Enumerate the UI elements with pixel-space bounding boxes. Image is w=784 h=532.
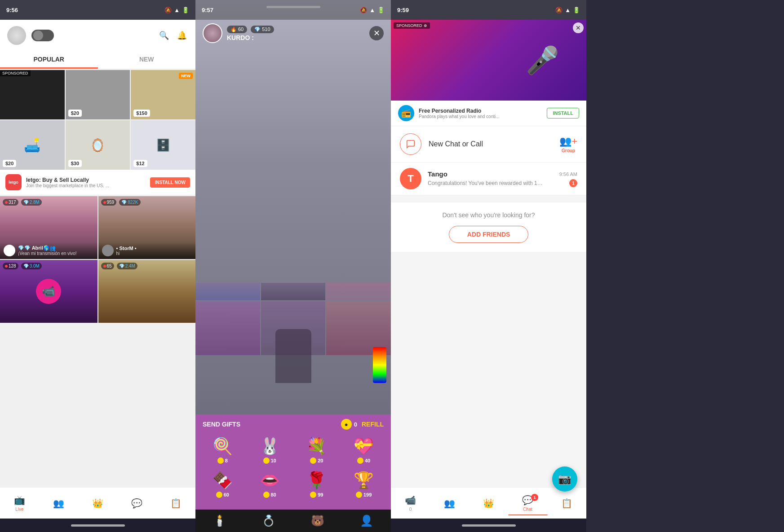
install-pandora-button[interactable]: INSTALL	[547, 108, 579, 119]
crown-icon: 👑	[92, 498, 103, 509]
nav-live[interactable]: 📺 Live	[0, 495, 39, 512]
nav-crown[interactable]: 👑	[469, 498, 508, 509]
phone2-time: 9:57	[202, 7, 213, 13]
market-item[interactable]: 🗄️ $12	[131, 120, 195, 170]
ad-logo-text: letgo	[9, 180, 18, 185]
coin-count: 0	[354, 421, 357, 428]
nav-crown[interactable]: 👑	[78, 498, 117, 509]
nav-people[interactable]: 👥	[430, 498, 469, 509]
new-chat-icon	[400, 133, 421, 155]
nav-live[interactable]: 📹 0	[391, 495, 430, 512]
ring-icon[interactable]: 💍	[262, 514, 275, 527]
nav-live-label: Live	[15, 507, 23, 512]
market-price: $20	[68, 110, 82, 117]
coin-dot	[216, 492, 222, 498]
ad-title: letgo: Buy & Sell Locally	[26, 177, 146, 183]
viewer-count: 128	[3, 263, 18, 269]
people-icon: 👥	[444, 498, 455, 509]
stream-grid: 317 💎2.8M 💎💎 Abril🌎👥 ¡Vean mi transmisió…	[0, 196, 195, 323]
market-item[interactable]: 🪞 $30	[66, 120, 130, 170]
marketplace-grid: SPONSORED $20 $150 NEW 🛋️ $20 🪞 $30 🗄️ $…	[0, 70, 195, 170]
feed-grid: SPONSORED $20 $150 NEW 🛋️ $20 🪞 $30 🗄️ $…	[0, 69, 195, 487]
diamond-count: 💎822K	[119, 199, 140, 206]
market-item[interactable]: $150 NEW	[131, 70, 195, 119]
add-friends-button[interactable]: ADD FRIENDS	[449, 226, 529, 243]
feed-icon: 📋	[561, 498, 572, 509]
stream-item-3[interactable]: 128 💎3.0M 📹	[0, 260, 97, 323]
diamond-icon: 💎	[254, 26, 261, 32]
stream-item-4[interactable]: 65 💎2.4M	[98, 260, 196, 323]
market-item[interactable]: $20	[66, 70, 130, 119]
home-indicator	[0, 519, 195, 532]
home-bar	[71, 524, 125, 527]
close-button[interactable]: ✕	[369, 26, 384, 40]
stream-user: • StorM • hi	[102, 245, 192, 256]
new-chat-section: New Chat or Call 👥+ Group	[391, 126, 586, 163]
crown-icon: 👑	[483, 498, 494, 509]
spacer	[391, 252, 586, 487]
gift-rose[interactable]: 🌹 99	[293, 467, 341, 501]
tabs-row: POPULAR NEW	[0, 51, 195, 69]
pandora-subtitle: Pandora plays what you love and conti...	[419, 114, 542, 119]
heart-icon: 💝	[354, 437, 374, 456]
gift-chocolate[interactable]: 🍫 60	[199, 467, 246, 501]
close-ad-button[interactable]: ✕	[573, 22, 584, 33]
stream-overlay: • StorM • hi	[98, 242, 196, 259]
stream-stats: 959 💎822K	[101, 199, 141, 206]
chat-item-tango[interactable]: T Tango 9:56 AM Congratulations! You've …	[391, 163, 586, 195]
new-badge: NEW	[179, 73, 193, 79]
group-button[interactable]: 👥+ Group	[559, 136, 577, 153]
market-item[interactable]: SPONSORED	[0, 70, 65, 119]
candle-icon[interactable]: 🕯️	[213, 514, 226, 527]
market-item[interactable]: 🛋️ $20	[0, 120, 65, 170]
live-icon: 📺	[14, 495, 25, 506]
bell-icon[interactable]: 🔔	[176, 29, 188, 42]
camera-fab[interactable]: 📷	[552, 466, 577, 492]
stream-content: 9:57 🔕 ▲ 🔋 🔥 60 💎 510	[195, 0, 391, 532]
tab-popular[interactable]: POPULAR	[0, 51, 98, 69]
nav-people[interactable]: 👥	[39, 498, 78, 509]
gift-lips[interactable]: 👄 80	[246, 467, 293, 501]
send-gifts-label: SEND GIFTS	[203, 421, 337, 428]
stream-counts: 🔥 60 💎 510	[227, 26, 365, 33]
tab-new[interactable]: NEW	[98, 51, 196, 69]
person-icon[interactable]: 👤	[360, 514, 373, 527]
diamond-count: 💎3.0M	[21, 263, 42, 269]
pandora-text: Free Personalized Radio Pandora plays wh…	[419, 108, 542, 119]
gift-heart[interactable]: 💝 40	[340, 433, 387, 467]
lollipop-icon: 🍭	[213, 437, 233, 456]
install-button[interactable]: INSTALL NOW	[150, 177, 190, 188]
notification-off-icon: 🔕	[360, 7, 367, 13]
toggle-button[interactable]	[31, 30, 54, 41]
nav-chat-active[interactable]: 💬 Chat 1	[508, 495, 547, 512]
gift-bunny[interactable]: 🐰 10	[246, 433, 293, 467]
market-price: $20	[3, 160, 16, 167]
stream-item-2[interactable]: 959 💎822K • StorM • hi	[98, 196, 196, 259]
diamond-count: 💎 510	[251, 26, 274, 33]
gift-price: 20	[310, 457, 323, 464]
stream-item-1[interactable]: 317 💎2.8M 💎💎 Abril🌎👥 ¡Vean mi transmisió…	[0, 196, 97, 259]
gift-flowers[interactable]: 💐 20	[293, 433, 341, 467]
nav-feed[interactable]: 📋	[156, 498, 195, 509]
gift-lollipop[interactable]: 🍭 8	[199, 433, 246, 467]
stream-user-avatar	[203, 23, 222, 43]
sponsored-label: SPONSORED ⊕	[394, 22, 430, 29]
refill-button[interactable]: REFILL	[362, 421, 384, 428]
sponsored-tag: SPONSORED	[0, 70, 31, 76]
camera-icon: 📷	[558, 473, 571, 485]
phone2-status-icons: 🔕 ▲ 🔋	[360, 7, 385, 13]
nav-chat[interactable]: 💬	[117, 498, 156, 509]
live-cam-button[interactable]: 📹	[36, 279, 61, 304]
chocolate-icon: 🍫	[213, 471, 233, 490]
live-count: 0	[409, 507, 412, 512]
gift-trophy[interactable]: 🏆 199	[340, 467, 387, 501]
flowers-icon: 💐	[306, 437, 327, 456]
search-icon[interactable]: 🔍	[158, 29, 170, 42]
market-price: $150	[133, 110, 150, 117]
stream-main[interactable]	[195, 48, 391, 414]
coin-display: ● 0	[341, 419, 357, 430]
coin-icon: ●	[341, 419, 352, 430]
nav-feed[interactable]: 📋	[547, 498, 586, 509]
stream-user: 💎💎 Abril🌎👥 ¡Vean mi transmisión en vivo!	[4, 245, 94, 256]
bear-icon[interactable]: 🐻	[311, 514, 324, 527]
